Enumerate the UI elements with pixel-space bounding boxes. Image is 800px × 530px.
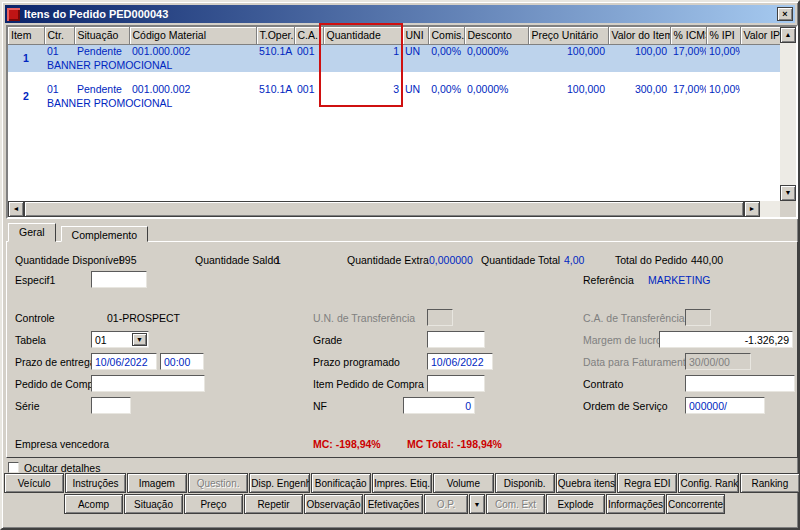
situacao-button[interactable]: Situação <box>124 494 183 514</box>
cell-valor-do-item[interactable]: 100,00 <box>608 44 670 58</box>
scroll-right-icon[interactable]: ► <box>744 201 760 217</box>
prazo-programado-field[interactable]: 10/06/2022 <box>427 353 493 370</box>
col-codigo-material[interactable]: Código Material <box>129 27 256 44</box>
cell-ipi[interactable]: 10,00% <box>706 82 740 96</box>
cell-t-oper[interactable]: 510.1A <box>256 44 294 58</box>
scroll-down-icon[interactable]: ▼ <box>780 185 796 201</box>
cell-comis[interactable]: 0,00% <box>428 82 464 96</box>
col-quantidade[interactable]: Quantidade <box>323 27 402 44</box>
col-valor-ipi[interactable]: Valor IPI <box>740 27 780 44</box>
cell-item[interactable]: 2 <box>8 82 44 110</box>
tab-complemento[interactable]: Complemento <box>61 226 148 242</box>
titlebar[interactable]: Itens do Pedido PED000043 × <box>5 5 795 23</box>
cell-descricao[interactable]: BANNER PROMOCIONAL <box>44 58 780 72</box>
cell-quantidade[interactable]: 1 <box>323 44 402 58</box>
tabela-combobox[interactable]: 01 ▼ <box>91 331 149 348</box>
table-row-1[interactable]: 1 01 Pendente 001.000.002 510.1A 001 1 U… <box>8 44 780 58</box>
cell-t-oper[interactable]: 510.1A <box>256 82 294 96</box>
cell-valor-ipi[interactable] <box>740 82 780 96</box>
op-dropdown-icon[interactable]: ▼ <box>469 494 485 514</box>
repetir-button[interactable]: Repetir <box>244 494 303 514</box>
cell-ipi[interactable]: 10,00% <box>706 44 740 58</box>
chevron-down-icon[interactable]: ▼ <box>132 333 147 346</box>
close-icon[interactable]: × <box>777 7 793 21</box>
item-pedido-compra-field[interactable] <box>427 375 485 392</box>
col-comis[interactable]: Comis. <box>428 27 464 44</box>
instrucoes-button[interactable]: Instruções <box>65 473 125 493</box>
imagem-button[interactable]: Imagem <box>127 473 187 493</box>
disponib-button[interactable]: Disponib. <box>495 473 555 493</box>
tab-geral[interactable]: Geral <box>8 223 56 242</box>
concorrente-button[interactable]: Concorrente <box>666 494 725 514</box>
col-valor-do-item[interactable]: Valor do Item <box>608 27 670 44</box>
cell-codigo-material[interactable]: 001.000.002 <box>129 44 256 58</box>
config-rank-button[interactable]: Config. Rank. <box>678 473 738 493</box>
cell-valor-ipi[interactable] <box>740 44 780 58</box>
cell-preco-unitario[interactable]: 100,000 <box>528 82 608 96</box>
cell-ca[interactable]: 001 <box>294 44 323 58</box>
prazo-entrega-date-field[interactable]: 10/06/2022 <box>91 353 157 370</box>
ocultar-detalhes-label: Ocultar detalhes <box>24 462 100 474</box>
especif1-field[interactable] <box>91 271 147 288</box>
efetivacoes-button[interactable]: Efetivações <box>364 494 423 514</box>
col-ca[interactable]: C.A. <box>294 27 323 44</box>
cell-comis[interactable]: 0,00% <box>428 44 464 58</box>
pedido-compra-field[interactable] <box>91 375 205 392</box>
col-ctr[interactable]: Ctr. <box>44 27 74 44</box>
ordem-servico-field[interactable]: 000000/ <box>685 397 765 414</box>
impres-etiq-button[interactable]: Impres. Etiq. <box>372 473 432 493</box>
contrato-field[interactable] <box>685 375 795 392</box>
bonificacao-button[interactable]: Bonificação <box>311 473 371 493</box>
cell-codigo-material[interactable]: 001.000.002 <box>129 82 256 96</box>
nf-field[interactable]: 0 <box>403 397 475 414</box>
scroll-left-icon[interactable]: ◄ <box>8 201 24 217</box>
table-row-2[interactable]: 2 01 Pendente 001.000.002 510.1A 001 3 U… <box>8 82 780 96</box>
cell-desconto[interactable]: 0,0000% <box>464 82 528 96</box>
col-uni[interactable]: UNI <box>402 27 428 44</box>
cell-ca[interactable]: 001 <box>294 82 323 96</box>
cell-preco-unitario[interactable]: 100,000 <box>528 44 608 58</box>
grade-field[interactable] <box>427 331 485 348</box>
preco-button[interactable]: Preço <box>184 494 243 514</box>
acomp-button[interactable]: Acomp <box>64 494 123 514</box>
explode-button[interactable]: Explode <box>546 494 605 514</box>
cell-uni[interactable]: UN <box>402 82 428 96</box>
prazo-entrega-time-field[interactable]: 00:00 <box>160 353 204 370</box>
button-row-1: Veículo Instruções Imagem Question. Disp… <box>4 473 800 493</box>
col-icms[interactable]: % ICMS <box>670 27 706 44</box>
regra-edi-button[interactable]: Regra EDI <box>617 473 677 493</box>
col-situacao[interactable]: Situação <box>74 27 129 44</box>
quebra-itens-button[interactable]: Quebra itens <box>556 473 616 493</box>
volume-button[interactable]: Volume <box>433 473 493 493</box>
cell-situacao[interactable]: Pendente <box>74 44 129 58</box>
horizontal-scrollbar[interactable]: ◄ ► <box>8 201 780 217</box>
horizontal-scroll-thumb[interactable] <box>24 201 744 217</box>
cell-descricao[interactable]: BANNER PROMOCIONAL <box>44 96 780 110</box>
cell-icms[interactable]: 17,00% <box>670 44 706 58</box>
ranking-button[interactable]: Ranking <box>740 473 800 493</box>
cell-ctr[interactable]: 01 <box>44 82 74 96</box>
table-row-2-description[interactable]: BANNER PROMOCIONAL <box>8 96 780 110</box>
col-item[interactable]: Item <box>8 27 44 44</box>
veiculo-button[interactable]: Veículo <box>4 473 64 493</box>
vertical-scrollbar[interactable]: ▲ ▼ <box>780 27 796 201</box>
serie-field[interactable] <box>91 397 131 414</box>
cell-uni[interactable]: UN <box>402 44 428 58</box>
scroll-up-icon[interactable]: ▲ <box>780 27 796 43</box>
cell-ctr[interactable]: 01 <box>44 44 74 58</box>
table-row-1-description[interactable]: BANNER PROMOCIONAL <box>8 58 780 72</box>
cell-desconto[interactable]: 0,0000% <box>464 44 528 58</box>
cell-situacao[interactable]: Pendente <box>74 82 129 96</box>
observacao-button[interactable]: Observação <box>304 494 363 514</box>
disp-engenh-button[interactable]: Disp. Engenh. <box>249 473 309 493</box>
col-t-oper[interactable]: T.Oper. <box>256 27 294 44</box>
informacoes-button[interactable]: Informações <box>606 494 665 514</box>
col-desconto[interactable]: Desconto <box>464 27 528 44</box>
cell-item[interactable]: 1 <box>8 44 44 72</box>
cell-quantidade[interactable]: 3 <box>323 82 402 96</box>
col-preco-unitario[interactable]: Preço Unitário <box>528 27 608 44</box>
cell-icms[interactable]: 17,00% <box>670 82 706 96</box>
ocultar-detalhes-checkbox[interactable] <box>8 462 19 473</box>
cell-valor-do-item[interactable]: 300,00 <box>608 82 670 96</box>
col-ipi[interactable]: % IPI <box>706 27 740 44</box>
